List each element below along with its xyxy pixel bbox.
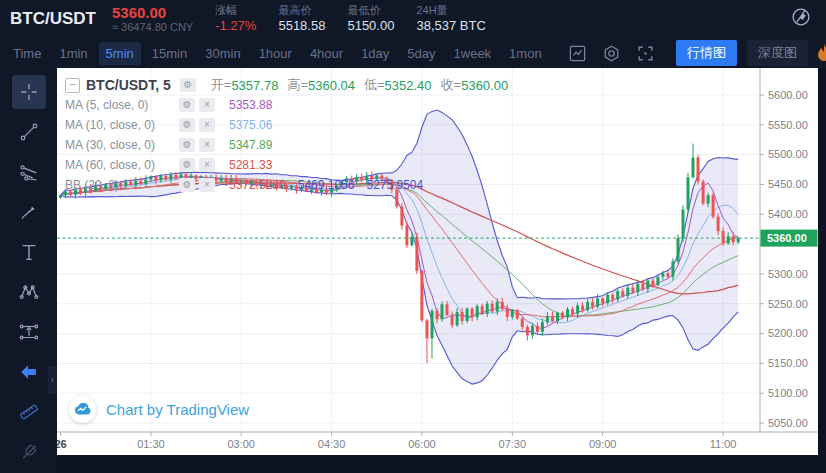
svg-text:5300.00: 5300.00 [768,268,808,280]
timeframe-time[interactable]: Time [6,42,48,65]
legend-collapse-icon[interactable]: − [65,78,80,93]
tool-forecast-icon[interactable] [12,315,46,349]
timeframe-1min[interactable]: 1min [52,42,94,65]
volume-value: 38,537 BTC [416,18,485,35]
high-value: 5360.04 [308,78,355,93]
change-stat: 涨幅 -1.27% [215,3,256,34]
indicator-label: MA (60, close, 0) [65,158,177,172]
low-label: 最低价 [347,3,394,17]
indicator-settings-icon[interactable]: ⚙ [179,98,195,112]
svg-text:04:30: 04:30 [318,438,346,450]
tradingview-logo-icon [69,396,96,423]
indicator-value: 5469.1056 [298,178,355,192]
indicator-remove-icon[interactable]: × [199,178,215,192]
tool-back-arrow-icon[interactable] [12,355,46,389]
low-stat: 最低价 5150.00 [347,3,394,34]
indicator-settings-icon[interactable]: ⚙ [179,158,195,172]
fullscreen-icon[interactable] [633,42,659,64]
timeframe-1day[interactable]: 1day [354,42,396,65]
series-settings-icon[interactable]: ⚙ [180,78,196,92]
sidebar-collapse-handle[interactable]: ‹ [48,366,57,394]
timeframe-4hour[interactable]: 4hour [303,42,350,65]
indicator-remove-icon[interactable]: × [199,98,215,112]
indicator-value: 5375.06 [229,118,272,132]
kline-chart-icon[interactable] [565,42,591,64]
close-value: 5360.00 [461,78,508,93]
indicator-label: BB (20, 2) [65,178,177,192]
indicator-row: MA (30, close, 0)⚙×5347.89 [65,135,508,155]
chart-panel: 5600.005550.005500.005450.005400.005300.… [57,68,818,455]
svg-text:09:00: 09:00 [589,438,617,450]
indicator-row: BB (20, 2)⚙×5372.52805469.10565275.9504 [65,175,508,195]
svg-text:5450.00: 5450.00 [768,178,808,190]
high-label: 最高价 [278,3,325,17]
low-value: 5352.40 [385,78,432,93]
indicator-value: 5372.5280 [229,178,286,192]
gear-icon[interactable] [599,42,625,64]
tool-brush-icon[interactable] [12,195,46,229]
legend-title: BTC/USDT, 5 [86,77,171,93]
svg-text:5050.00: 5050.00 [768,417,808,429]
svg-text:5100.00: 5100.00 [768,387,808,399]
svg-text:5200.00: 5200.00 [768,327,808,339]
ohlc-readout: 开=5357.78 高=5360.04 低=5352.40 收=5360.00 [202,76,508,94]
pen-chart-icon[interactable] [790,6,812,32]
symbol-title: BTC/USDT [10,9,96,29]
indicator-settings-icon[interactable]: ⚙ [179,178,195,192]
svg-text:26: 26 [57,438,67,450]
svg-text:5360.00: 5360.00 [767,232,807,244]
indicator-row: MA (60, close, 0)⚙×5281.33 [65,155,508,175]
indicator-value: 5281.33 [229,158,272,172]
timeframe-toolbar: Time1min5min15min30min1hour4hour1day5day… [0,38,826,68]
svg-text:07:30: 07:30 [499,438,527,450]
low-label: 低= [364,76,385,94]
indicator-remove-icon[interactable]: × [199,138,215,152]
drawing-toolbar [0,68,57,473]
tradingview-attribution[interactable]: Chart by TradingView [69,396,249,423]
svg-text:5600.00: 5600.00 [768,89,808,101]
tool-trend-line-icon[interactable] [12,115,46,149]
timeframe-1mon[interactable]: 1mon [502,42,549,65]
indicator-settings-icon[interactable]: ⚙ [179,138,195,152]
indicator-label: MA (5, close, 0) [65,98,177,112]
timeframe-1week[interactable]: 1week [447,42,499,65]
tool-pitchfork-icon[interactable] [12,155,46,189]
close-label: 收= [441,76,462,94]
indicator-settings-icon[interactable]: ⚙ [179,118,195,132]
tool-magnet-icon[interactable] [12,435,46,469]
high-label: 高= [287,76,308,94]
timeframe-5day[interactable]: 5day [400,42,442,65]
indicator-value: 5353.88 [229,98,272,112]
tool-crosshair-icon[interactable] [12,75,46,109]
tool-xabcd-pattern-icon[interactable] [12,275,46,309]
cny-approx: ≈ 36474.80 CNY [112,21,193,34]
svg-text:5500.00: 5500.00 [768,148,808,160]
svg-text:5150.00: 5150.00 [768,357,808,369]
timeframe-5min[interactable]: 5min [99,42,141,65]
indicator-label: MA (10, close, 0) [65,118,177,132]
svg-text:5550.00: 5550.00 [768,119,808,131]
indicator-remove-icon[interactable]: × [199,158,215,172]
market-chart-button[interactable]: 行情图 [676,40,737,66]
chart-legend: − BTC/USDT, 5 ⚙ 开=5357.78 高=5360.04 低=53… [65,75,508,195]
svg-text:01:30: 01:30 [137,438,165,450]
svg-text:03:00: 03:00 [227,438,255,450]
flame-icon [812,42,826,66]
last-price: 5360.00 [112,4,193,21]
indicator-remove-icon[interactable]: × [199,118,215,132]
timeframe-15min[interactable]: 15min [145,42,194,65]
low-value: 5150.00 [347,18,394,35]
tool-text-icon[interactable] [12,235,46,269]
timeframe-1hour[interactable]: 1hour [252,42,299,65]
open-value: 5357.78 [231,78,278,93]
header-bar: BTC/USDT 5360.00 ≈ 36474.80 CNY 涨幅 -1.27… [0,0,826,38]
volume-stat: 24H量 38,537 BTC [416,3,485,34]
last-price-block: 5360.00 ≈ 36474.80 CNY [112,4,193,34]
timeframe-30min[interactable]: 30min [198,42,247,65]
tool-ruler-icon[interactable] [12,395,46,429]
high-stat: 最高价 5518.58 [278,3,325,34]
depth-chart-button[interactable]: 深度图 [747,40,808,66]
svg-text:5400.00: 5400.00 [768,208,808,220]
volume-label: 24H量 [416,3,485,17]
svg-text:06:00: 06:00 [408,438,436,450]
